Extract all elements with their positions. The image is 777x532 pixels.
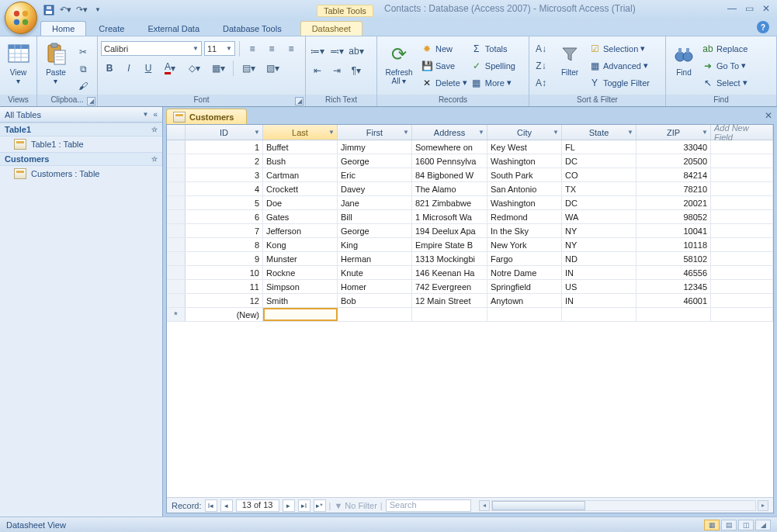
align-right-button[interactable]: ≡ bbox=[283, 40, 300, 57]
cell-id[interactable]: 5 bbox=[186, 196, 263, 209]
table-row[interactable]: 3 Cartman Eric 84 Bigboned W South Park … bbox=[167, 168, 773, 182]
paste-button[interactable]: Paste▾ bbox=[40, 40, 71, 85]
scroll-track[interactable] bbox=[491, 500, 756, 511]
bold-button[interactable]: B bbox=[101, 60, 118, 76]
cell-state[interactable]: IN bbox=[562, 266, 637, 279]
cell-city[interactable]: Notre Dame bbox=[487, 266, 562, 279]
sort-desc-button[interactable]: Z↓ bbox=[532, 57, 550, 74]
cell-zip[interactable]: 33040 bbox=[637, 140, 711, 154]
table-row[interactable]: 12 Smith Bob 12 Main Street Anytown IN 4… bbox=[167, 294, 773, 308]
cell-zip[interactable]: 10118 bbox=[637, 238, 711, 251]
tab-create[interactable]: Create bbox=[88, 22, 135, 36]
toggle-filter-button[interactable]: YToggle Filter bbox=[588, 74, 650, 91]
cell-last[interactable]: Gates bbox=[263, 210, 338, 223]
table-row-new[interactable]: (New) bbox=[167, 308, 773, 322]
new-record-button[interactable]: ✸New bbox=[421, 40, 467, 57]
chevron-down-icon[interactable]: ▼ bbox=[702, 129, 708, 136]
last-record-button[interactable]: ▸I bbox=[298, 499, 310, 512]
cell-first[interactable]: Homer bbox=[338, 280, 412, 293]
cell-first[interactable] bbox=[338, 308, 412, 321]
cell-last[interactable]: Doe bbox=[263, 196, 338, 209]
cell-addnew[interactable] bbox=[711, 238, 773, 251]
cell-id[interactable]: 6 bbox=[186, 210, 263, 223]
chevron-down-icon[interactable]: ▼ bbox=[553, 129, 559, 136]
cell-state[interactable]: NY bbox=[562, 224, 637, 237]
cell-zip[interactable]: 12345 bbox=[637, 280, 711, 293]
table-row[interactable]: 10 Rockne Knute 146 Keenan Ha Notre Dame… bbox=[167, 266, 773, 280]
chevron-down-icon[interactable]: ▼ bbox=[478, 129, 484, 136]
cell-state[interactable]: ND bbox=[562, 252, 637, 265]
font-color-button[interactable]: A▾ bbox=[159, 60, 181, 76]
prev-record-button[interactable]: ◂ bbox=[220, 499, 233, 512]
cell-address[interactable]: 742 Evergreen bbox=[412, 280, 487, 293]
cell-last-editing[interactable] bbox=[263, 308, 338, 321]
text-direction-button[interactable]: ¶▾ bbox=[348, 62, 365, 78]
column-header-last[interactable]: Last▼ bbox=[263, 125, 338, 140]
row-selector[interactable] bbox=[167, 280, 186, 293]
view-pivotchart-button[interactable]: ◫ bbox=[738, 520, 754, 530]
cell-addnew[interactable] bbox=[711, 196, 773, 209]
nav-item-customers[interactable]: Customers : Table bbox=[0, 166, 162, 181]
column-header-addnew[interactable]: Add New Field bbox=[711, 125, 773, 140]
cell-last[interactable]: Buffet bbox=[263, 140, 338, 154]
cell-first[interactable]: Knute bbox=[338, 266, 412, 279]
font-dialog-launcher[interactable]: ◢ bbox=[295, 97, 304, 105]
scroll-left-button[interactable]: ◂ bbox=[479, 500, 490, 511]
tab-datasheet[interactable]: Datasheet bbox=[300, 21, 362, 36]
row-selector[interactable] bbox=[167, 252, 186, 265]
cell-state[interactable]: TX bbox=[562, 182, 637, 195]
gridlines2-button[interactable]: ▧▾ bbox=[262, 60, 283, 76]
cell-zip[interactable]: 78210 bbox=[637, 182, 711, 195]
cell-zip[interactable]: 46001 bbox=[637, 294, 711, 307]
qat-customize-icon[interactable]: ▼ bbox=[91, 3, 105, 17]
cell-address[interactable]: Empire State B bbox=[412, 238, 487, 251]
cell-last[interactable]: Munster bbox=[263, 252, 338, 265]
cell-id[interactable]: 2 bbox=[186, 154, 263, 168]
refresh-all-button[interactable]: ⟳ Refresh All ▾ bbox=[380, 40, 418, 85]
cell-address[interactable] bbox=[412, 308, 487, 321]
cell-last[interactable]: Rockne bbox=[263, 266, 338, 279]
clear-sort-button[interactable]: A↕ bbox=[532, 74, 550, 91]
cell-state[interactable]: US bbox=[562, 280, 637, 293]
cell-city[interactable]: Washington bbox=[487, 196, 562, 209]
selection-button[interactable]: ☑Selection ▾ bbox=[588, 40, 650, 57]
clipboard-dialog-launcher[interactable]: ◢ bbox=[87, 97, 95, 105]
font-size-combo[interactable]: 11▼ bbox=[204, 41, 235, 56]
cell-address[interactable]: 1 Microsoft Wa bbox=[412, 210, 487, 223]
cell-zip[interactable]: 98052 bbox=[637, 210, 711, 223]
column-header-state[interactable]: State▼ bbox=[562, 125, 637, 140]
column-header-first[interactable]: First▼ bbox=[338, 125, 412, 140]
view-datasheet-button[interactable]: ▦ bbox=[704, 520, 720, 530]
more-button[interactable]: ▦More ▾ bbox=[470, 74, 515, 91]
cell-city[interactable]: San Antonio bbox=[487, 182, 562, 195]
cell-first[interactable]: Jane bbox=[338, 196, 412, 209]
tab-home[interactable]: Home bbox=[40, 21, 86, 36]
cell-city[interactable]: Anytown bbox=[487, 294, 562, 307]
cell-address[interactable]: 12 Main Street bbox=[412, 294, 487, 307]
cell-addnew[interactable] bbox=[711, 168, 773, 181]
row-selector[interactable] bbox=[167, 168, 186, 181]
close-button[interactable]: ✕ bbox=[760, 3, 772, 14]
cell-last[interactable]: Kong bbox=[263, 238, 338, 251]
cell-city[interactable]: Key West bbox=[487, 140, 562, 154]
cell-id[interactable]: 10 bbox=[186, 266, 263, 279]
collapse-pane-icon[interactable]: « bbox=[153, 110, 158, 119]
cell-city[interactable] bbox=[487, 308, 562, 321]
save-record-button[interactable]: 💾Save bbox=[421, 57, 467, 74]
chevron-down-icon[interactable]: ▼ bbox=[627, 129, 633, 136]
fill-color-button[interactable]: ◇▾ bbox=[183, 60, 205, 76]
table-row[interactable]: 7 Jefferson George 194 Deelux Apa In the… bbox=[167, 224, 773, 238]
table-row[interactable]: 8 Kong King Empire State B New York NY 1… bbox=[167, 238, 773, 252]
cell-addnew[interactable] bbox=[711, 182, 773, 195]
cell-first[interactable]: Davey bbox=[338, 182, 412, 195]
view-button[interactable]: View▾ bbox=[3, 40, 33, 85]
cell-first[interactable]: George bbox=[338, 224, 412, 237]
table-row[interactable]: 5 Doe Jane 821 Zimbabwe Washington DC 20… bbox=[167, 196, 773, 210]
bullets-button[interactable]: ≔▾ bbox=[309, 43, 326, 59]
nav-category-customers[interactable]: Customers☆ bbox=[0, 152, 162, 166]
cell-id-new[interactable]: (New) bbox=[186, 308, 263, 321]
scroll-thumb[interactable] bbox=[492, 501, 585, 510]
save-icon[interactable] bbox=[42, 3, 56, 17]
find-button[interactable]: Find bbox=[669, 40, 699, 77]
cell-city[interactable]: Washington bbox=[487, 154, 562, 168]
